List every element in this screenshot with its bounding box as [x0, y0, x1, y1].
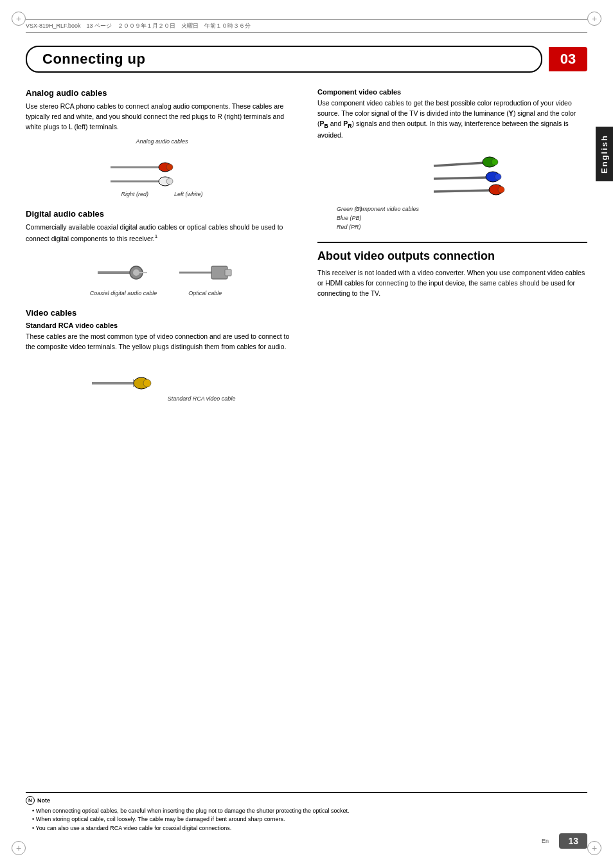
optical-cable-svg: [176, 250, 234, 289]
topbar-text: VSX-819H_RLF.book 13 ページ ２００９年１月２０日 火曜日 …: [26, 23, 251, 29]
svg-point-5: [166, 178, 173, 185]
about-video-body: This receiver is not loaded with a video…: [317, 268, 587, 298]
note-item-1: When connecting optical cables, be caref…: [26, 807, 587, 816]
right-column: English Component video cables Use compo…: [317, 88, 587, 413]
page-en-label: En: [542, 838, 549, 844]
chapter-badge: 03: [549, 47, 587, 71]
page: VSX-819H_RLF.book 13 ページ ２００９年１月２０日 火曜日 …: [0, 0, 613, 868]
video-cables-section: Video cables Standard RCA video cables T…: [26, 308, 298, 402]
notes-section: N Note When connecting optical cables, b…: [26, 792, 587, 833]
standard-rca-svg: [89, 359, 166, 401]
component-video-section: Component video cables Use component vid…: [317, 88, 587, 230]
digital-audio-body: Commercially available coaxial digital a…: [26, 222, 298, 244]
component-cable-svg: [421, 147, 549, 211]
left-white-sublabel: Left (white): [174, 191, 203, 197]
coaxial-label: Coaxial digital audio cable: [90, 290, 157, 296]
note-label: Note: [37, 797, 50, 804]
top-bar: VSX-819H_RLF.book 13 ページ ２００９年１月２０日 火曜日 …: [26, 19, 587, 33]
about-video-heading: About video outputs connection: [317, 249, 587, 263]
note-item-3: You can also use a standard RCA video ca…: [26, 824, 587, 833]
english-tab: English: [596, 127, 613, 181]
analog-audio-image: Analog audio cables: [26, 138, 298, 197]
title-bar: Connecting up 03: [26, 46, 587, 73]
svg-point-25: [498, 186, 504, 193]
right-red-sublabel: Right (red): [121, 191, 148, 197]
main-content: Analog audio cables Use stereo RCA phono…: [26, 88, 587, 413]
reg-mark-tl: [12, 12, 26, 26]
video-cables-body: These cables are the most common type of…: [26, 332, 298, 352]
reg-mark-br: [587, 841, 601, 855]
svg-line-20: [434, 177, 488, 179]
page-number: 13: [559, 833, 587, 849]
component-video-heading: Component video cables: [317, 88, 587, 96]
note-item-2: When storing optical cable, coil loosely…: [26, 815, 587, 824]
reg-mark-tr: [587, 12, 601, 26]
analog-audio-section: Analog audio cables Use stereo RCA phono…: [26, 88, 298, 197]
coaxial-cable-svg: [94, 250, 152, 289]
reg-mark-bl: [12, 841, 26, 855]
red-pr-label: Red (PR): [337, 224, 361, 230]
component-video-image: Component video cables: [317, 147, 587, 230]
blue-label: Blue (PB): [337, 215, 362, 221]
video-cables-heading: Video cables: [26, 308, 298, 318]
left-column: Analog audio cables Use stereo RCA phono…: [26, 88, 298, 413]
svg-line-23: [434, 190, 492, 192]
svg-point-15: [143, 379, 151, 387]
green-label: Green (Y): [337, 206, 362, 212]
note-title: N Note: [26, 796, 587, 805]
svg-point-22: [495, 174, 501, 180]
optical-cable-item: Optical cable: [176, 250, 234, 296]
digital-cable-row: Coaxial digital audio cable Optical cabl…: [26, 250, 298, 296]
standard-rca-heading: Standard RCA video cables: [26, 321, 298, 329]
svg-rect-12: [225, 269, 231, 276]
standard-rca-image: Standard RCA video cable: [26, 359, 298, 402]
standard-rca-label: Standard RCA video cable: [168, 395, 236, 402]
about-video-section: About video outputs connection This rece…: [317, 242, 587, 298]
analog-audio-body: Use stereo RCA phono cables to connect a…: [26, 102, 298, 132]
digital-audio-section: Digital audio cables Commercially availa…: [26, 209, 298, 296]
page-title: Connecting up: [26, 46, 542, 73]
svg-point-8: [133, 269, 139, 276]
svg-point-19: [492, 159, 498, 165]
digital-audio-heading: Digital audio cables: [26, 209, 298, 219]
note-icon: N: [26, 796, 35, 805]
analog-cable-label: Analog audio cables: [26, 138, 298, 145]
optical-label: Optical cable: [188, 290, 222, 296]
component-cable-label: Component video cables: [355, 206, 419, 212]
svg-point-2: [166, 164, 173, 170]
coaxial-cable-item: Coaxial digital audio cable: [90, 250, 157, 296]
svg-line-17: [434, 163, 485, 166]
component-video-body: Use component video cables to get the be…: [317, 98, 587, 140]
analog-cable-svg: [98, 145, 226, 196]
analog-audio-heading: Analog audio cables: [26, 88, 298, 98]
